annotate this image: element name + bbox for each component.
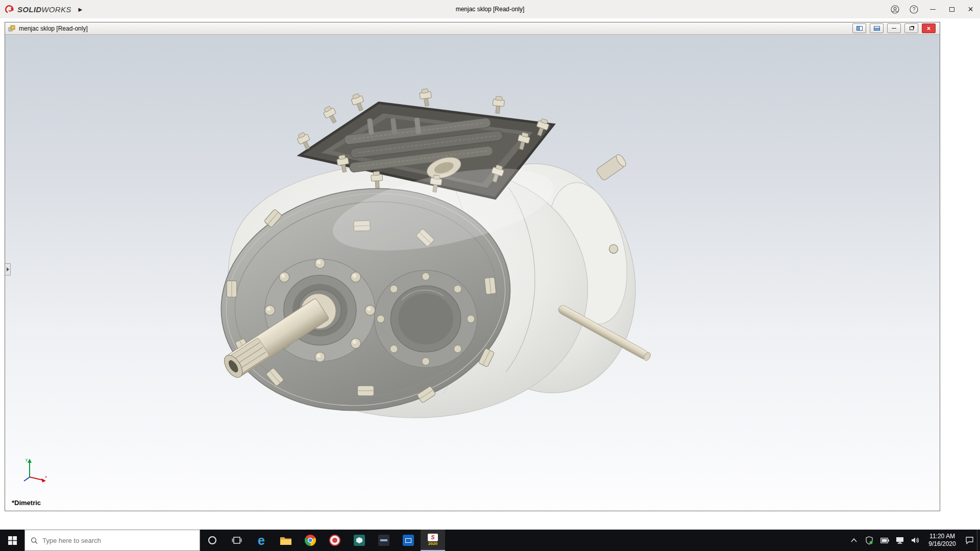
view-orientation-label: *Dimetric [12,499,41,507]
battery-tray-button[interactable] [877,530,892,551]
solidworks-logo-icon [5,5,15,14]
taskbar-clock[interactable]: 11:20 AM 9/16/2020 [923,533,962,548]
volume-tray-button[interactable] [908,530,923,551]
start-button[interactable] [0,530,24,551]
featuremanager-expand-tab[interactable] [5,263,11,276]
graphics-viewport[interactable]: y x *Dimetric [5,35,940,511]
account-button[interactable] [886,0,904,18]
account-icon [891,5,899,14]
side-cover[interactable] [375,270,477,368]
close-button[interactable]: × [961,0,980,18]
search-icon [31,537,38,544]
solidworks-logo: SOLIDWORKS [5,5,71,14]
network-icon [896,537,904,544]
document-titlebar[interactable]: menjac sklop [Read-only] × [5,22,940,35]
3d-model[interactable] [5,35,940,511]
close-icon: × [968,5,973,14]
maximize-icon [949,7,954,12]
document-window: menjac sklop [Read-only] × [5,22,940,511]
reference-triad[interactable]: y x [19,456,49,485]
document-title: menjac sklop [Read-only] [19,25,88,32]
menu-expand-arrow-icon[interactable]: ▶ [79,7,83,12]
windows-start-icon [8,536,17,545]
doc-restore-icon [910,27,914,30]
solidworks-taskbar-button[interactable]: S 2020 [421,530,445,551]
chrome-button[interactable] [298,530,323,551]
taskbar: e S 2020 [0,530,980,551]
pinned-app-2-icon [354,535,365,546]
tray-expand-button[interactable] [846,530,862,551]
pinned-app-1-button[interactable] [323,530,347,551]
minimize-icon [930,9,936,10]
security-shield-icon [865,536,873,545]
chevron-up-icon [851,538,857,542]
chrome-icon [305,535,316,546]
triad-y-label: y [26,457,28,462]
tile-left-icon [856,26,863,31]
doc-minimize-icon [892,28,896,29]
file-explorer-icon [280,536,292,545]
security-tray-button[interactable] [862,530,877,551]
doc-restore-button[interactable] [904,23,918,33]
app-window-controls: ? × [886,0,980,18]
network-tray-button[interactable] [892,530,908,551]
pinned-app-2-button[interactable] [347,530,372,551]
show-desktop-button[interactable] [977,530,980,551]
assembly-document-icon [8,24,16,32]
breather-stub[interactable] [596,153,628,181]
solidworks-year-badge: 2020 [428,542,437,546]
battery-icon [880,538,889,543]
file-explorer-button[interactable] [274,530,298,551]
svg-text:?: ? [913,7,916,12]
system-tray: 11:20 AM 9/16/2020 [846,530,980,551]
pinned-app-3-button[interactable] [372,530,396,551]
cortana-icon [208,536,216,544]
edge-button[interactable]: e [249,530,274,551]
action-center-button[interactable] [962,530,977,551]
maximize-button[interactable] [942,0,961,18]
pinned-app-1-icon [329,535,340,546]
tile-right-icon [874,26,880,31]
action-center-icon [965,536,974,544]
brand-text: SOLIDWORKS [17,5,71,14]
pinned-app-3-icon [378,535,389,546]
tile-left-button[interactable] [852,23,866,33]
clock-time: 11:20 AM [923,533,962,540]
search-input[interactable] [42,537,194,544]
help-icon: ? [910,5,918,14]
taskbar-search[interactable] [24,530,200,551]
featuremanager-expand-arrow-icon [7,267,9,271]
pinned-app-4-icon [403,535,414,546]
app-titlebar: SOLIDWORKS ▶ menjac sklop [Read-only] ? … [0,0,980,18]
solidworks-icon: S 2020 [428,534,438,546]
doc-close-icon: × [927,25,930,32]
task-view-button[interactable] [225,530,249,551]
volume-icon [911,537,919,544]
doc-close-button[interactable]: × [922,23,936,33]
tile-right-button[interactable] [870,23,884,33]
edge-icon: e [258,534,265,547]
clock-date: 9/16/2020 [923,540,962,548]
task-view-icon [232,536,242,544]
app-window-title: menjac sklop [Read-only] [456,6,525,13]
pinned-app-4-button[interactable] [396,530,421,551]
minimize-button[interactable] [923,0,942,18]
help-button[interactable]: ? [904,0,923,18]
cortana-button[interactable] [200,530,225,551]
triad-x-label: x [45,474,47,479]
document-window-controls: × [852,23,936,33]
doc-minimize-button[interactable] [887,23,901,33]
